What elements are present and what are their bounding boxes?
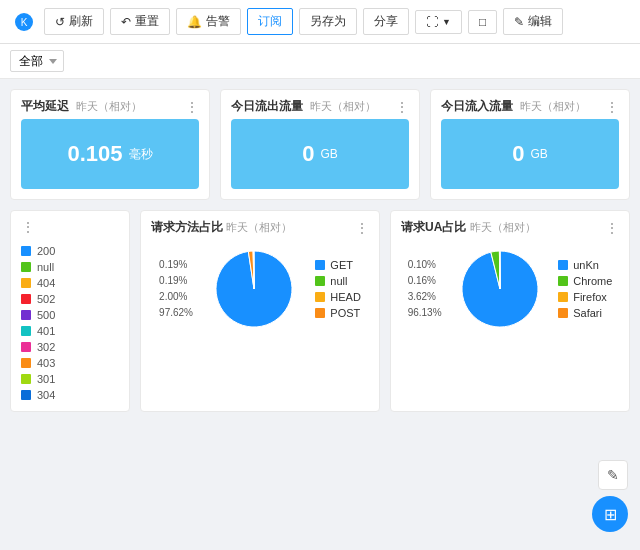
- save-as-button[interactable]: 另存为: [299, 8, 357, 35]
- subscribe-button[interactable]: 订阅: [247, 8, 293, 35]
- legend-item: 200: [21, 243, 119, 259]
- method-legend-item: POST: [315, 305, 361, 321]
- collapse-icon: □: [479, 15, 486, 29]
- inbound-more-icon[interactable]: ⋮: [605, 99, 619, 115]
- ua-legend-item: Chrome: [558, 273, 612, 289]
- stat-card-outbound: 今日流出流量 昨天（相对） ⋮ 0 GB: [220, 89, 420, 200]
- inbound-unit: GB: [530, 147, 547, 161]
- main-content: 平均延迟 昨天（相对） ⋮ 0.105 毫秒 今日流出流量 昨天（相对） ⋮ 0…: [0, 79, 640, 422]
- legend-more-icon[interactable]: ⋮: [21, 219, 35, 235]
- stat-card-inbound: 今日流入流量 昨天（相对） ⋮ 0 GB: [430, 89, 630, 200]
- legend-list: 200null404502500401302403301304: [11, 239, 129, 411]
- ua-chart-title: 请求UA占比: [401, 220, 466, 234]
- legend-item: 304: [21, 387, 119, 403]
- inbound-meta: 昨天（相对）: [520, 100, 586, 112]
- filter-select[interactable]: 全部: [10, 50, 64, 72]
- svg-text:K: K: [21, 17, 28, 28]
- legend-panel: ⋮ 200null404502500401302403301304: [10, 210, 130, 412]
- legend-label: 200: [37, 245, 55, 257]
- ua-legend-item: unKn: [558, 257, 612, 273]
- method-pie-legend: GETnullHEADPOST: [315, 257, 361, 321]
- legend-dot: [21, 358, 31, 368]
- ua-pie-label: 0.16%: [408, 273, 442, 289]
- ua-more-icon[interactable]: ⋮: [605, 220, 619, 236]
- fullscreen-button[interactable]: ⛶ ▼: [415, 10, 462, 34]
- legend-item: 401: [21, 323, 119, 339]
- method-pie-label: 97.62%: [159, 305, 193, 321]
- outbound-value-box: 0 GB: [231, 119, 409, 189]
- latency-title: 平均延迟: [21, 99, 69, 113]
- method-legend-item: null: [315, 273, 361, 289]
- stat-card-latency: 平均延迟 昨天（相对） ⋮ 0.105 毫秒: [10, 89, 210, 200]
- legend-dot: [21, 326, 31, 336]
- latency-meta: 昨天（相对）: [76, 100, 142, 112]
- legend-label: null: [37, 261, 54, 273]
- legend-label: 301: [37, 373, 55, 385]
- ua-pie-legend: unKnChromeFirefoxSafari: [558, 257, 612, 321]
- ua-pie-labels: 0.10%0.16%3.62%96.13%: [408, 257, 442, 321]
- legend-label: 403: [37, 357, 55, 369]
- method-legend-item: GET: [315, 257, 361, 273]
- edit-icon: ✎: [514, 15, 524, 29]
- alert-icon: 🔔: [187, 15, 202, 29]
- legend-dot: [21, 278, 31, 288]
- legend-dot: [21, 342, 31, 352]
- outbound-meta: 昨天（相对）: [310, 100, 376, 112]
- ua-legend-dot: [558, 308, 568, 318]
- refresh-button[interactable]: ↺ 刷新: [44, 8, 104, 35]
- ua-legend-item: Firefox: [558, 289, 612, 305]
- logo-button[interactable]: K: [10, 8, 38, 36]
- legend-dot: [21, 374, 31, 384]
- floating-grid-button[interactable]: ⊞: [592, 496, 628, 532]
- ua-legend-label: Safari: [573, 307, 602, 319]
- pie-legend-label: null: [330, 275, 347, 287]
- ua-pie-label: 0.10%: [408, 257, 442, 273]
- chevron-down-icon: ▼: [442, 17, 451, 27]
- reset-icon: ↶: [121, 15, 131, 29]
- legend-item: 404: [21, 275, 119, 291]
- method-chart-title: 请求方法占比: [151, 220, 223, 234]
- legend-dot: [21, 262, 31, 272]
- method-pie-label: 0.19%: [159, 273, 193, 289]
- method-pie-area: 0.19%0.19%2.00%97.62% GETnullHEADPOST: [141, 240, 379, 344]
- method-more-icon[interactable]: ⋮: [355, 220, 369, 236]
- ua-legend-dot: [558, 292, 568, 302]
- ua-legend-label: Chrome: [573, 275, 612, 287]
- pencil-icon: ✎: [607, 467, 619, 483]
- legend-dot: [21, 310, 31, 320]
- legend-item: 502: [21, 291, 119, 307]
- ua-legend-item: Safari: [558, 305, 612, 321]
- ua-legend-label: Firefox: [573, 291, 607, 303]
- toolbar: K ↺ 刷新 ↶ 重置 🔔 告警 订阅 另存为 分享 ⛶ ▼ □ ✎ 编辑: [0, 0, 640, 44]
- ua-pie-label: 96.13%: [408, 305, 442, 321]
- legend-label: 302: [37, 341, 55, 353]
- reset-button[interactable]: ↶ 重置: [110, 8, 170, 35]
- share-button[interactable]: 分享: [363, 8, 409, 35]
- outbound-more-icon[interactable]: ⋮: [395, 99, 409, 115]
- inbound-value: 0: [512, 141, 524, 167]
- edit-button[interactable]: ✎ 编辑: [503, 8, 563, 35]
- latency-more-icon[interactable]: ⋮: [185, 99, 199, 115]
- pie-legend-label: GET: [330, 259, 353, 271]
- inbound-title: 今日流入流量: [441, 99, 513, 113]
- alert-button[interactable]: 🔔 告警: [176, 8, 241, 35]
- pie-legend-dot: [315, 292, 325, 302]
- collapse-button[interactable]: □: [468, 10, 497, 34]
- stat-cards-row: 平均延迟 昨天（相对） ⋮ 0.105 毫秒 今日流出流量 昨天（相对） ⋮ 0…: [10, 89, 630, 200]
- legend-label: 502: [37, 293, 55, 305]
- ua-pie-chart: [455, 244, 545, 334]
- legend-dot: [21, 390, 31, 400]
- floating-edit-button[interactable]: ✎: [598, 460, 628, 490]
- method-legend-item: HEAD: [315, 289, 361, 305]
- pie-legend-dot: [315, 260, 325, 270]
- legend-item: 301: [21, 371, 119, 387]
- method-chart-panel: 请求方法占比 昨天（相对） ⋮ 0.19%0.19%2.00%97.62% GE…: [140, 210, 380, 412]
- fullscreen-icon: ⛶: [426, 15, 438, 29]
- method-pie-label: 0.19%: [159, 257, 193, 273]
- method-pie-label: 2.00%: [159, 289, 193, 305]
- ua-chart-meta: 昨天（相对）: [470, 221, 536, 233]
- outbound-unit: GB: [320, 147, 337, 161]
- legend-item: 302: [21, 339, 119, 355]
- refresh-icon: ↺: [55, 15, 65, 29]
- inbound-value-box: 0 GB: [441, 119, 619, 189]
